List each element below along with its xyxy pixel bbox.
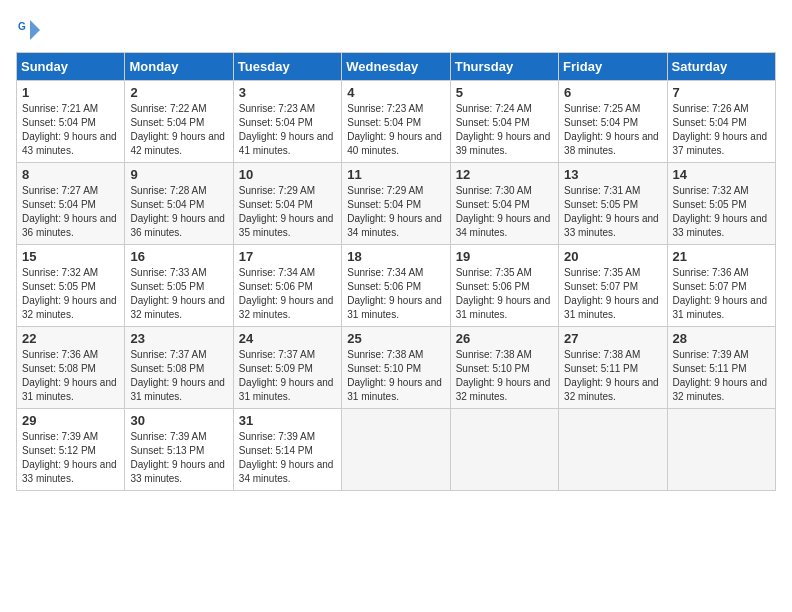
day-number: 15 [22, 249, 119, 264]
calendar-cell: 16Sunrise: 7:33 AMSunset: 5:05 PMDayligh… [125, 245, 233, 327]
calendar-cell: 15Sunrise: 7:32 AMSunset: 5:05 PMDayligh… [17, 245, 125, 327]
calendar-cell: 17Sunrise: 7:34 AMSunset: 5:06 PMDayligh… [233, 245, 341, 327]
calendar-cell: 22Sunrise: 7:36 AMSunset: 5:08 PMDayligh… [17, 327, 125, 409]
day-number: 16 [130, 249, 227, 264]
calendar-cell: 2Sunrise: 7:22 AMSunset: 5:04 PMDaylight… [125, 81, 233, 163]
day-number: 4 [347, 85, 444, 100]
day-info: Sunrise: 7:36 AMSunset: 5:07 PMDaylight:… [673, 266, 770, 322]
day-header-tuesday: Tuesday [233, 53, 341, 81]
day-number: 27 [564, 331, 661, 346]
day-info: Sunrise: 7:26 AMSunset: 5:04 PMDaylight:… [673, 102, 770, 158]
calendar-cell: 9Sunrise: 7:28 AMSunset: 5:04 PMDaylight… [125, 163, 233, 245]
day-number: 20 [564, 249, 661, 264]
svg-text:G: G [18, 21, 26, 32]
day-info: Sunrise: 7:38 AMSunset: 5:11 PMDaylight:… [564, 348, 661, 404]
calendar-cell: 1Sunrise: 7:21 AMSunset: 5:04 PMDaylight… [17, 81, 125, 163]
calendar-cell: 21Sunrise: 7:36 AMSunset: 5:07 PMDayligh… [667, 245, 775, 327]
calendar-cell: 5Sunrise: 7:24 AMSunset: 5:04 PMDaylight… [450, 81, 558, 163]
day-info: Sunrise: 7:21 AMSunset: 5:04 PMDaylight:… [22, 102, 119, 158]
svg-marker-1 [30, 20, 40, 40]
calendar-cell: 4Sunrise: 7:23 AMSunset: 5:04 PMDaylight… [342, 81, 450, 163]
day-info: Sunrise: 7:34 AMSunset: 5:06 PMDaylight:… [239, 266, 336, 322]
calendar-cell [667, 409, 775, 491]
day-number: 2 [130, 85, 227, 100]
calendar-cell: 28Sunrise: 7:39 AMSunset: 5:11 PMDayligh… [667, 327, 775, 409]
day-number: 14 [673, 167, 770, 182]
day-info: Sunrise: 7:27 AMSunset: 5:04 PMDaylight:… [22, 184, 119, 240]
day-number: 9 [130, 167, 227, 182]
calendar-cell: 31Sunrise: 7:39 AMSunset: 5:14 PMDayligh… [233, 409, 341, 491]
calendar-cell: 6Sunrise: 7:25 AMSunset: 5:04 PMDaylight… [559, 81, 667, 163]
day-info: Sunrise: 7:39 AMSunset: 5:13 PMDaylight:… [130, 430, 227, 486]
day-info: Sunrise: 7:22 AMSunset: 5:04 PMDaylight:… [130, 102, 227, 158]
calendar-cell: 12Sunrise: 7:30 AMSunset: 5:04 PMDayligh… [450, 163, 558, 245]
calendar-cell: 13Sunrise: 7:31 AMSunset: 5:05 PMDayligh… [559, 163, 667, 245]
day-info: Sunrise: 7:39 AMSunset: 5:14 PMDaylight:… [239, 430, 336, 486]
page-header: G [16, 16, 776, 44]
day-number: 23 [130, 331, 227, 346]
day-number: 10 [239, 167, 336, 182]
day-number: 13 [564, 167, 661, 182]
day-info: Sunrise: 7:31 AMSunset: 5:05 PMDaylight:… [564, 184, 661, 240]
day-info: Sunrise: 7:37 AMSunset: 5:09 PMDaylight:… [239, 348, 336, 404]
calendar-cell: 24Sunrise: 7:37 AMSunset: 5:09 PMDayligh… [233, 327, 341, 409]
day-header-saturday: Saturday [667, 53, 775, 81]
day-info: Sunrise: 7:29 AMSunset: 5:04 PMDaylight:… [347, 184, 444, 240]
day-info: Sunrise: 7:29 AMSunset: 5:04 PMDaylight:… [239, 184, 336, 240]
calendar-cell [450, 409, 558, 491]
day-number: 25 [347, 331, 444, 346]
calendar-cell: 14Sunrise: 7:32 AMSunset: 5:05 PMDayligh… [667, 163, 775, 245]
day-info: Sunrise: 7:32 AMSunset: 5:05 PMDaylight:… [673, 184, 770, 240]
calendar-cell: 3Sunrise: 7:23 AMSunset: 5:04 PMDaylight… [233, 81, 341, 163]
day-info: Sunrise: 7:37 AMSunset: 5:08 PMDaylight:… [130, 348, 227, 404]
logo: G [16, 16, 48, 44]
day-info: Sunrise: 7:25 AMSunset: 5:04 PMDaylight:… [564, 102, 661, 158]
day-info: Sunrise: 7:39 AMSunset: 5:11 PMDaylight:… [673, 348, 770, 404]
day-number: 3 [239, 85, 336, 100]
day-number: 19 [456, 249, 553, 264]
day-number: 21 [673, 249, 770, 264]
calendar-cell: 25Sunrise: 7:38 AMSunset: 5:10 PMDayligh… [342, 327, 450, 409]
calendar-cell: 10Sunrise: 7:29 AMSunset: 5:04 PMDayligh… [233, 163, 341, 245]
calendar-cell: 8Sunrise: 7:27 AMSunset: 5:04 PMDaylight… [17, 163, 125, 245]
day-number: 7 [673, 85, 770, 100]
day-info: Sunrise: 7:38 AMSunset: 5:10 PMDaylight:… [347, 348, 444, 404]
day-number: 30 [130, 413, 227, 428]
day-number: 28 [673, 331, 770, 346]
day-header-friday: Friday [559, 53, 667, 81]
day-number: 1 [22, 85, 119, 100]
day-number: 11 [347, 167, 444, 182]
day-number: 22 [22, 331, 119, 346]
day-info: Sunrise: 7:24 AMSunset: 5:04 PMDaylight:… [456, 102, 553, 158]
day-header-monday: Monday [125, 53, 233, 81]
calendar-cell: 20Sunrise: 7:35 AMSunset: 5:07 PMDayligh… [559, 245, 667, 327]
calendar-table: SundayMondayTuesdayWednesdayThursdayFrid… [16, 52, 776, 491]
day-number: 31 [239, 413, 336, 428]
day-info: Sunrise: 7:28 AMSunset: 5:04 PMDaylight:… [130, 184, 227, 240]
day-info: Sunrise: 7:33 AMSunset: 5:05 PMDaylight:… [130, 266, 227, 322]
day-number: 18 [347, 249, 444, 264]
day-number: 29 [22, 413, 119, 428]
day-number: 5 [456, 85, 553, 100]
calendar-cell: 23Sunrise: 7:37 AMSunset: 5:08 PMDayligh… [125, 327, 233, 409]
day-number: 17 [239, 249, 336, 264]
day-info: Sunrise: 7:35 AMSunset: 5:06 PMDaylight:… [456, 266, 553, 322]
day-info: Sunrise: 7:36 AMSunset: 5:08 PMDaylight:… [22, 348, 119, 404]
calendar-cell: 11Sunrise: 7:29 AMSunset: 5:04 PMDayligh… [342, 163, 450, 245]
day-header-thursday: Thursday [450, 53, 558, 81]
day-info: Sunrise: 7:23 AMSunset: 5:04 PMDaylight:… [239, 102, 336, 158]
day-info: Sunrise: 7:30 AMSunset: 5:04 PMDaylight:… [456, 184, 553, 240]
day-info: Sunrise: 7:38 AMSunset: 5:10 PMDaylight:… [456, 348, 553, 404]
calendar-cell: 18Sunrise: 7:34 AMSunset: 5:06 PMDayligh… [342, 245, 450, 327]
calendar-cell: 27Sunrise: 7:38 AMSunset: 5:11 PMDayligh… [559, 327, 667, 409]
day-info: Sunrise: 7:39 AMSunset: 5:12 PMDaylight:… [22, 430, 119, 486]
day-header-wednesday: Wednesday [342, 53, 450, 81]
calendar-cell: 26Sunrise: 7:38 AMSunset: 5:10 PMDayligh… [450, 327, 558, 409]
calendar-cell: 30Sunrise: 7:39 AMSunset: 5:13 PMDayligh… [125, 409, 233, 491]
day-number: 24 [239, 331, 336, 346]
day-number: 26 [456, 331, 553, 346]
day-number: 12 [456, 167, 553, 182]
calendar-cell: 7Sunrise: 7:26 AMSunset: 5:04 PMDaylight… [667, 81, 775, 163]
calendar-cell: 29Sunrise: 7:39 AMSunset: 5:12 PMDayligh… [17, 409, 125, 491]
logo-icon: G [16, 16, 44, 44]
